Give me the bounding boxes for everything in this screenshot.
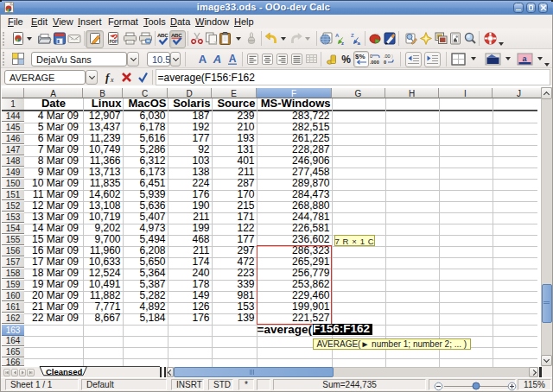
svg-text:.00: .00 xyxy=(384,54,391,59)
svg-text:%: % xyxy=(341,54,351,66)
svg-text:x: x xyxy=(110,76,114,84)
svg-text:.000: .000 xyxy=(370,60,379,65)
svg-text:$%: $% xyxy=(355,53,365,60)
svg-text:PDF: PDF xyxy=(110,40,118,44)
svg-text:Z: Z xyxy=(351,33,354,38)
svg-text:): ) xyxy=(391,54,393,59)
svg-text:ABC: ABC xyxy=(157,32,168,38)
svg-text:z: z xyxy=(341,41,344,46)
svg-text:A: A xyxy=(199,53,207,65)
svg-text:0: 0 xyxy=(384,60,386,65)
svg-text:a: a xyxy=(358,41,361,46)
svg-text:A: A xyxy=(229,53,237,65)
svg-text:A: A xyxy=(213,53,221,65)
svg-text:A: A xyxy=(335,33,340,38)
svg-text:0: 0 xyxy=(370,54,372,59)
svg-text:ABC: ABC xyxy=(171,32,182,38)
